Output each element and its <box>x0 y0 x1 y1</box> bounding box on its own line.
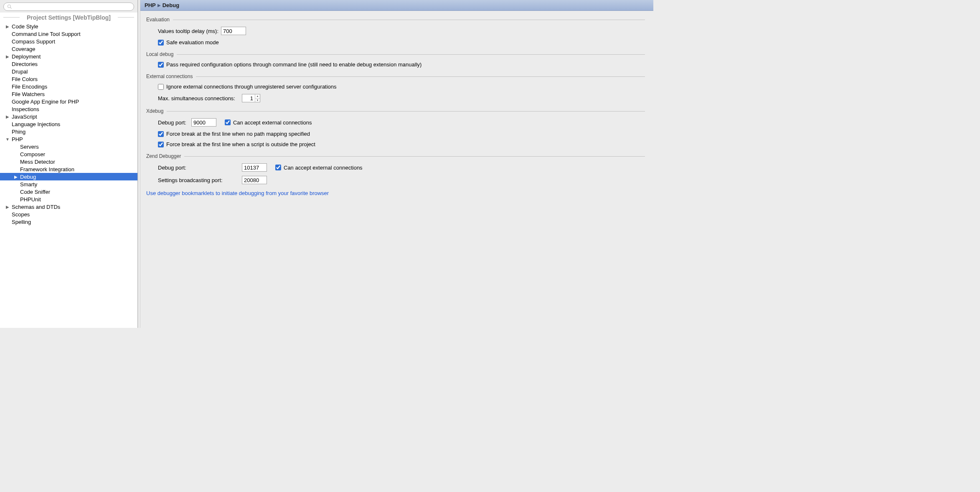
tree-item-servers[interactable]: ▶Servers <box>0 143 137 150</box>
tree-item-label: Code Sniffer <box>20 189 50 195</box>
tree-item-label: Deployment <box>12 53 41 60</box>
force-break-nopath-label: Force break at the first line when no pa… <box>166 131 310 137</box>
group-local-debug: Local debug Pass required configuration … <box>146 51 645 68</box>
group-title-xdebug: Xdebug <box>146 108 163 114</box>
chevron-right-icon: ▶ <box>5 54 10 59</box>
chevron-down-icon: ▼ <box>5 137 10 142</box>
ignore-external-checkbox[interactable] <box>158 84 164 90</box>
spinner-up-icon[interactable]: ▲ <box>255 94 260 99</box>
tree-item-label: Mess Detector <box>20 159 55 165</box>
max-conn-spinner[interactable]: ▲ ▼ <box>242 94 260 102</box>
group-title-zend: Zend Debugger <box>146 153 181 159</box>
tree-item-label: Framework Integration <box>20 166 74 172</box>
bookmarklets-link[interactable]: Use debugger bookmarklets to initiate de… <box>146 190 329 196</box>
zend-broadcast-input[interactable] <box>242 176 267 184</box>
xdebug-port-label: Debug port: <box>158 119 186 126</box>
tree-item-label: Coverage <box>12 46 35 52</box>
max-conn-input[interactable] <box>242 94 255 102</box>
max-conn-label: Max. simultaneous connections: <box>158 95 235 101</box>
tree-item-label: Language Injections <box>12 121 60 127</box>
zend-accept-ext-label: Can accept external connections <box>284 165 363 171</box>
tree-item-deployment[interactable]: ▶Deployment <box>0 53 137 60</box>
breadcrumb-root[interactable]: PHP <box>145 2 156 8</box>
tree-item-label: File Encodings <box>12 84 47 90</box>
tree-item-file-watchers[interactable]: ▶File Watchers <box>0 90 137 98</box>
tree-item-label: Composer <box>20 151 45 157</box>
tree-item-label: Spelling <box>12 219 31 225</box>
xdebug-port-input[interactable] <box>191 118 216 127</box>
tree-item-file-colors[interactable]: ▶File Colors <box>0 75 137 83</box>
group-xdebug: Xdebug Debug port: Can accept external c… <box>146 108 645 147</box>
tree-item-label: Scopes <box>12 211 30 218</box>
breadcrumb-current: Debug <box>162 2 179 8</box>
tree-item-phing[interactable]: ▶Phing <box>0 128 137 135</box>
search-bar <box>0 0 137 13</box>
tree-item-label: JavaScript <box>12 114 37 120</box>
svg-point-0 <box>8 5 11 8</box>
tree-item-coverage[interactable]: ▶Coverage <box>0 45 137 53</box>
force-break-outside-label: Force break at the first line when a scr… <box>166 141 315 147</box>
tree-item-label: File Watchers <box>12 91 45 97</box>
tree-item-spelling[interactable]: ▶Spelling <box>0 218 137 226</box>
search-icon <box>7 4 12 9</box>
settings-tree[interactable]: ▶Code Style▶Command Line Tool Support▶Co… <box>0 22 137 328</box>
force-break-nopath-checkbox[interactable] <box>158 131 164 137</box>
bookmarklets-link-row: Use debugger bookmarklets to initiate de… <box>146 190 645 196</box>
group-title-local-debug: Local debug <box>146 51 173 57</box>
search-input[interactable] <box>14 4 130 10</box>
tree-item-language-injections[interactable]: ▶Language Injections <box>0 120 137 128</box>
tree-item-code-style[interactable]: ▶Code Style <box>0 23 137 30</box>
tree-item-javascript[interactable]: ▶JavaScript <box>0 113 137 120</box>
tree-item-debug[interactable]: ▶Debug <box>0 173 137 180</box>
tree-item-google-app-engine-for-php[interactable]: ▶Google App Engine for PHP <box>0 98 137 105</box>
tooltip-delay-label: Values tooltip delay (ms): <box>158 28 218 34</box>
xdebug-accept-ext-checkbox[interactable] <box>225 119 231 125</box>
section-header: Project Settings [WebTipBlog] <box>0 13 137 22</box>
safe-eval-checkbox[interactable] <box>158 40 164 46</box>
tree-item-php[interactable]: ▼PHP <box>0 135 137 143</box>
tree-item-compass-support[interactable]: ▶Compass Support <box>0 38 137 45</box>
tree-item-schemas-and-dtds[interactable]: ▶Schemas and DTDs <box>0 203 137 210</box>
tree-item-inspections[interactable]: ▶Inspections <box>0 105 137 113</box>
tree-item-smarty[interactable]: ▶Smarty <box>0 180 137 188</box>
tooltip-delay-input[interactable] <box>221 27 246 35</box>
zend-port-label: Debug port: <box>158 165 239 171</box>
pass-config-checkbox[interactable] <box>158 62 164 68</box>
tree-item-label: Debug <box>20 174 36 180</box>
group-title-external: External connections <box>146 74 193 79</box>
xdebug-accept-ext-label: Can accept external connections <box>233 119 312 126</box>
tree-item-label: Directories <box>12 61 38 67</box>
tree-item-label: Schemas and DTDs <box>12 204 60 210</box>
tree-item-scopes[interactable]: ▶Scopes <box>0 210 137 218</box>
tree-item-framework-integration[interactable]: ▶Framework Integration <box>0 165 137 173</box>
content: Evaluation Values tooltip delay (ms): Sa… <box>140 11 653 328</box>
tree-item-composer[interactable]: ▶Composer <box>0 150 137 158</box>
tree-item-label: Command Line Tool Support <box>12 31 81 37</box>
tree-item-label: Drupal <box>12 68 28 75</box>
group-title-evaluation: Evaluation <box>146 17 170 23</box>
zend-port-input[interactable] <box>242 163 267 172</box>
svg-line-1 <box>10 8 12 9</box>
tree-item-drupal[interactable]: ▶Drupal <box>0 68 137 75</box>
tree-item-label: Servers <box>20 144 39 150</box>
tree-item-phpunit[interactable]: ▶PHPUnit <box>0 195 137 203</box>
force-break-outside-checkbox[interactable] <box>158 142 164 147</box>
group-zend: Zend Debugger Debug port: Can accept ext… <box>146 153 645 184</box>
search-input-wrap[interactable] <box>3 3 134 11</box>
tree-item-label: File Colors <box>12 76 38 82</box>
sidebar: Project Settings [WebTipBlog] ▶Code Styl… <box>0 0 138 328</box>
zend-accept-ext-checkbox[interactable] <box>275 165 281 170</box>
chevron-right-icon: ▶ <box>5 114 10 119</box>
tree-item-label: Inspections <box>12 106 39 112</box>
tree-item-command-line-tool-support[interactable]: ▶Command Line Tool Support <box>0 30 137 38</box>
tree-item-code-sniffer[interactable]: ▶Code Sniffer <box>0 188 137 195</box>
chevron-right-icon: ▶ <box>5 205 10 209</box>
tree-item-label: Google App Engine for PHP <box>12 99 79 105</box>
tree-item-file-encodings[interactable]: ▶File Encodings <box>0 83 137 90</box>
tree-item-directories[interactable]: ▶Directories <box>0 60 137 68</box>
group-external-connections: External connections Ignore external con… <box>146 74 645 102</box>
pass-config-label: Pass required configuration options thro… <box>166 61 421 68</box>
spinner-down-icon[interactable]: ▼ <box>255 99 260 102</box>
tree-item-label: Phing <box>12 129 25 135</box>
tree-item-mess-detector[interactable]: ▶Mess Detector <box>0 158 137 165</box>
